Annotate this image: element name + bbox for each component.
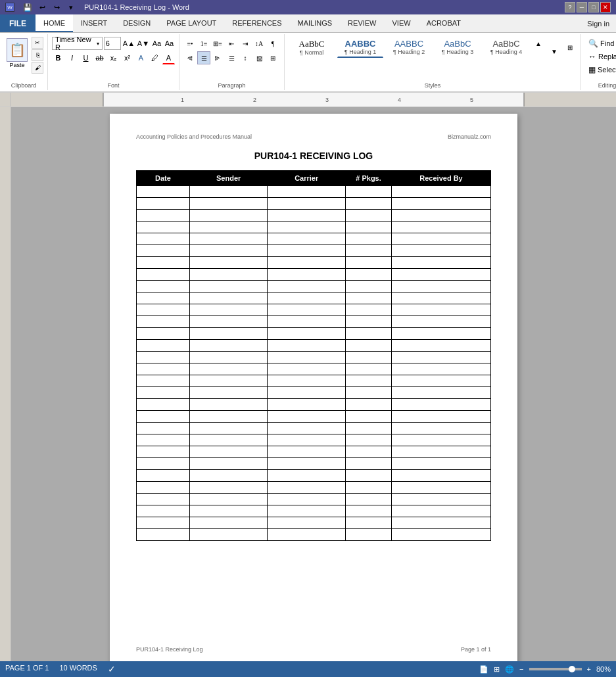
table-cell[interactable] (189, 328, 268, 340)
table-cell[interactable] (392, 399, 491, 411)
table-cell[interactable] (137, 411, 190, 423)
table-cell[interactable] (392, 352, 491, 363)
table-cell[interactable] (137, 363, 190, 375)
table-row[interactable] (137, 210, 491, 222)
shading-button[interactable]: ▨ (252, 51, 266, 64)
table-cell[interactable] (268, 222, 346, 233)
table-cell[interactable] (392, 328, 491, 340)
table-cell[interactable] (268, 186, 346, 198)
borders-button[interactable]: ⊞ (266, 51, 279, 64)
redo-button[interactable]: ↪ (50, 1, 63, 14)
table-cell[interactable] (346, 458, 392, 470)
table-cell[interactable] (189, 375, 268, 387)
table-cell[interactable] (392, 375, 491, 387)
table-cell[interactable] (137, 257, 190, 269)
table-row[interactable] (137, 269, 491, 281)
web-view-icon[interactable]: 🌐 (505, 665, 514, 674)
proofing-icon[interactable]: ✓ (108, 664, 116, 674)
table-cell[interactable] (392, 245, 491, 257)
tab-acrobat[interactable]: ACROBAT (419, 14, 469, 32)
table-cell[interactable] (189, 292, 268, 304)
zoom-out-button[interactable]: − (519, 665, 523, 673)
table-cell[interactable] (137, 340, 190, 352)
table-cell[interactable] (346, 363, 392, 375)
table-cell[interactable] (189, 387, 268, 399)
table-cell[interactable] (346, 233, 392, 245)
sort-button[interactable]: ↕A (252, 37, 266, 50)
sign-in-link[interactable]: Sign in (580, 14, 616, 32)
table-cell[interactable] (137, 482, 190, 494)
table-cell[interactable] (346, 257, 392, 269)
bold-button[interactable]: B (52, 51, 64, 64)
format-painter-button[interactable]: 🖌 (32, 62, 43, 74)
copy-button[interactable]: ⎘ (32, 49, 43, 61)
justify-button[interactable]: ☰ (225, 51, 238, 64)
table-cell[interactable] (268, 411, 346, 423)
table-cell[interactable] (137, 233, 190, 245)
table-cell[interactable] (392, 505, 491, 517)
table-cell[interactable] (268, 281, 346, 292)
font-name-dropdown[interactable]: Times New R ▾ (52, 37, 103, 50)
table-cell[interactable] (137, 269, 190, 281)
style-heading2[interactable]: AABBC ¶ Heading 2 (386, 37, 432, 58)
table-cell[interactable] (189, 257, 268, 269)
table-cell[interactable] (268, 257, 346, 269)
table-cell[interactable] (189, 198, 268, 210)
undo-button[interactable]: ↩ (36, 1, 49, 14)
table-cell[interactable] (346, 352, 392, 363)
table-cell[interactable] (268, 352, 346, 363)
table-row[interactable] (137, 434, 491, 446)
table-cell[interactable] (268, 269, 346, 281)
table-cell[interactable] (268, 399, 346, 411)
table-cell[interactable] (137, 434, 190, 446)
table-row[interactable] (137, 352, 491, 363)
table-cell[interactable] (189, 210, 268, 222)
table-cell[interactable] (346, 446, 392, 458)
table-cell[interactable] (392, 529, 491, 541)
style-heading1[interactable]: AABBC ¶ Heading 1 (337, 37, 383, 58)
font-size-dropdown[interactable]: 6 (104, 37, 121, 50)
table-cell[interactable] (268, 340, 346, 352)
font-color-button[interactable]: A (162, 51, 175, 64)
table-cell[interactable] (392, 186, 491, 198)
print-layout-icon[interactable]: ⊞ (494, 665, 500, 674)
table-cell[interactable] (189, 245, 268, 257)
text-highlight-button[interactable]: 🖊 (149, 51, 161, 64)
table-cell[interactable] (346, 222, 392, 233)
table-cell[interactable] (268, 375, 346, 387)
align-left-button[interactable]: ⫷ (183, 51, 197, 64)
table-row[interactable] (137, 529, 491, 541)
table-cell[interactable] (268, 387, 346, 399)
table-cell[interactable] (268, 470, 346, 482)
maximize-button[interactable]: □ (588, 2, 599, 12)
table-row[interactable] (137, 375, 491, 387)
table-cell[interactable] (392, 470, 491, 482)
table-cell[interactable] (346, 328, 392, 340)
save-button[interactable]: 💾 (21, 1, 34, 14)
table-cell[interactable] (268, 458, 346, 470)
table-cell[interactable] (268, 529, 346, 541)
table-row[interactable] (137, 292, 491, 304)
clear-formatting-button[interactable]: Aa (151, 37, 162, 50)
table-cell[interactable] (392, 458, 491, 470)
table-cell[interactable] (392, 210, 491, 222)
table-cell[interactable] (346, 304, 392, 316)
table-cell[interactable] (346, 494, 392, 505)
table-cell[interactable] (346, 505, 392, 517)
table-cell[interactable] (346, 186, 392, 198)
close-button[interactable]: ✕ (600, 2, 611, 12)
table-cell[interactable] (392, 494, 491, 505)
table-cell[interactable] (189, 222, 268, 233)
paste-button[interactable]: 📋 Paste (4, 37, 30, 70)
cut-button[interactable]: ✂ (32, 37, 43, 49)
table-row[interactable] (137, 423, 491, 434)
table-cell[interactable] (268, 446, 346, 458)
table-cell[interactable] (392, 517, 491, 529)
table-cell[interactable] (137, 387, 190, 399)
table-cell[interactable] (137, 292, 190, 304)
table-row[interactable] (137, 399, 491, 411)
table-cell[interactable] (137, 245, 190, 257)
table-cell[interactable] (189, 482, 268, 494)
align-center-button[interactable]: ☰ (197, 51, 210, 64)
zoom-slider[interactable] (529, 668, 582, 670)
